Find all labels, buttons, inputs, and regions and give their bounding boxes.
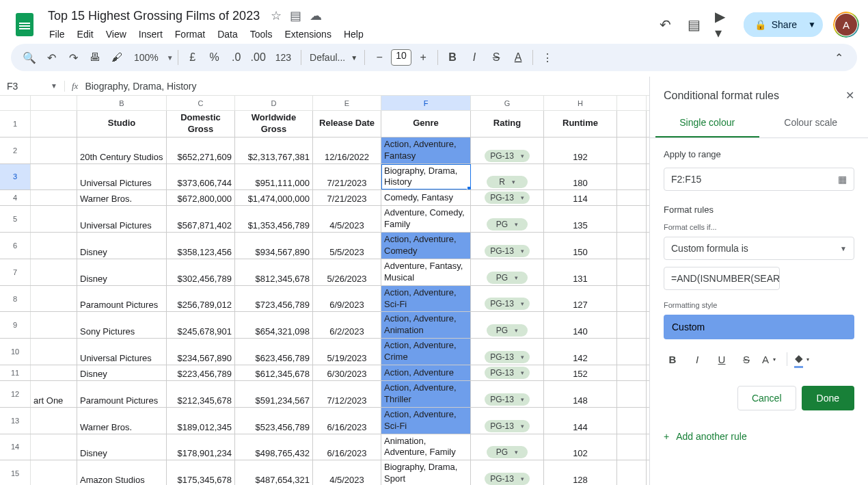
cell-date[interactable]: 4/5/2023 bbox=[313, 460, 381, 485]
cell-genre[interactable]: Adventure, Fantasy, Musical bbox=[381, 259, 471, 285]
cell-date[interactable]: 6/2/2023 bbox=[313, 312, 381, 338]
cell-rating[interactable]: PG-13 bbox=[471, 365, 544, 380]
cell-genre[interactable]: Biography, Drama, Sport bbox=[381, 460, 471, 485]
cell-worldwide[interactable]: $1,474,000,000 bbox=[235, 190, 313, 205]
cell-runtime[interactable]: 140 bbox=[544, 312, 617, 338]
col-header[interactable]: H bbox=[544, 96, 617, 110]
cell-rating[interactable]: PG bbox=[471, 434, 544, 460]
cell-rating[interactable]: PG-13 bbox=[471, 381, 544, 407]
cell-rating[interactable]: PG bbox=[471, 206, 544, 232]
cell[interactable] bbox=[617, 164, 647, 190]
cell[interactable] bbox=[31, 434, 77, 460]
print-icon[interactable]: 🖶 bbox=[85, 47, 105, 68]
decrease-decimals-icon[interactable]: .0 bbox=[226, 47, 247, 68]
move-icon[interactable]: ▤ bbox=[290, 8, 301, 23]
underline-icon[interactable]: U bbox=[713, 350, 731, 368]
col-header[interactable]: G bbox=[471, 96, 544, 110]
cell-runtime[interactable]: 114 bbox=[544, 190, 617, 205]
cell-date[interactable]: 4/5/2023 bbox=[313, 206, 381, 232]
rating-chip[interactable]: PG bbox=[487, 324, 528, 337]
cell-rating[interactable]: R bbox=[471, 164, 544, 190]
row-header[interactable]: 8 bbox=[0, 286, 31, 312]
share-button[interactable]: 🔒 Share bbox=[744, 12, 805, 37]
cell[interactable] bbox=[617, 339, 647, 365]
rating-chip[interactable]: PG-13 bbox=[485, 473, 530, 485]
cell-rating[interactable]: PG-13 bbox=[471, 286, 544, 312]
cell-domestic[interactable]: $672,800,000 bbox=[167, 190, 235, 205]
rating-chip[interactable]: PG-13 bbox=[485, 192, 530, 204]
undo-icon[interactable]: ↶ bbox=[41, 47, 62, 68]
zoom-select[interactable]: 100% bbox=[128, 52, 164, 63]
sheets-logo[interactable] bbox=[11, 11, 38, 38]
italic-icon[interactable]: I bbox=[464, 47, 485, 68]
cell[interactable] bbox=[31, 365, 77, 380]
row-header[interactable]: 11 bbox=[0, 365, 31, 380]
cell-genre[interactable]: Biography, Drama, History bbox=[381, 164, 471, 190]
cell-runtime[interactable]: 148 bbox=[544, 381, 617, 407]
cell-studio[interactable]: Disney bbox=[77, 259, 167, 285]
menu-format[interactable]: Format bbox=[169, 26, 211, 42]
cell-runtime[interactable]: 102 bbox=[544, 434, 617, 460]
cell-date[interactable]: 7/21/2023 bbox=[313, 190, 381, 205]
cell[interactable] bbox=[31, 408, 77, 434]
cell-worldwide[interactable]: $523,456,789 bbox=[235, 408, 313, 434]
rating-chip[interactable]: PG-13 bbox=[485, 245, 530, 257]
cell-date[interactable]: 6/30/2023 bbox=[313, 365, 381, 380]
cell-runtime[interactable]: 131 bbox=[544, 259, 617, 285]
menu-insert[interactable]: Insert bbox=[133, 26, 168, 42]
rating-chip[interactable]: R bbox=[487, 176, 528, 188]
cell-rating[interactable]: PG-13 bbox=[471, 339, 544, 365]
cell-date[interactable]: 6/16/2023 bbox=[313, 408, 381, 434]
menu-view[interactable]: View bbox=[100, 26, 132, 42]
cell-domestic[interactable]: $212,345,678 bbox=[167, 381, 235, 407]
cell-genre[interactable]: Comedy, Fantasy bbox=[381, 190, 471, 205]
cell-genre[interactable]: Adventure, Comedy, Family bbox=[381, 206, 471, 232]
cell-domestic[interactable]: $245,678,901 bbox=[167, 312, 235, 338]
cell-runtime[interactable]: 192 bbox=[544, 137, 617, 163]
cell-studio[interactable]: Universal Pictures bbox=[77, 164, 167, 190]
cell-studio[interactable]: Universal Pictures bbox=[77, 206, 167, 232]
cell-studio[interactable]: Paramount Pictures bbox=[77, 286, 167, 312]
cell-date[interactable]: 7/21/2023 bbox=[313, 164, 381, 190]
rating-chip[interactable]: PG-13 bbox=[485, 150, 530, 162]
cell-worldwide[interactable]: $2,313,767,381 bbox=[235, 137, 313, 163]
cell[interactable] bbox=[31, 233, 77, 259]
cell[interactable]: art One bbox=[31, 381, 77, 407]
cell-runtime[interactable]: 127 bbox=[544, 286, 617, 312]
row-header[interactable]: 7 bbox=[0, 259, 31, 285]
star-icon[interactable]: ☆ bbox=[271, 8, 282, 23]
cell[interactable] bbox=[617, 259, 647, 285]
col-header[interactable] bbox=[31, 96, 77, 110]
cell-studio[interactable]: Disney bbox=[77, 434, 167, 460]
cell-genre[interactable]: Animation, Adventure, Family bbox=[381, 434, 471, 460]
cell[interactable] bbox=[31, 190, 77, 205]
cell-rating[interactable]: PG-13 bbox=[471, 233, 544, 259]
cell[interactable] bbox=[31, 137, 77, 163]
row-header[interactable]: 12 bbox=[0, 381, 31, 407]
rating-chip[interactable]: PG bbox=[487, 446, 528, 458]
cell-worldwide[interactable]: $1,353,456,789 bbox=[235, 206, 313, 232]
cell-domestic[interactable]: $567,871,402 bbox=[167, 206, 235, 232]
cell-runtime[interactable]: 180 bbox=[544, 164, 617, 190]
cell[interactable] bbox=[617, 190, 647, 205]
tab-single-colour[interactable]: Single colour bbox=[655, 109, 759, 137]
strike-icon[interactable]: S bbox=[737, 350, 755, 368]
cell[interactable] bbox=[617, 233, 647, 259]
cell-domestic[interactable]: $189,012,345 bbox=[167, 408, 235, 434]
currency-button[interactable]: £ bbox=[182, 47, 203, 68]
cell[interactable] bbox=[31, 460, 77, 485]
col-header[interactable]: F bbox=[381, 96, 471, 110]
cell[interactable] bbox=[617, 434, 647, 460]
cancel-button[interactable]: Cancel bbox=[737, 386, 796, 410]
rating-chip[interactable]: PG-13 bbox=[485, 351, 530, 363]
column-title[interactable]: Worldwide Gross bbox=[235, 111, 313, 137]
cell[interactable] bbox=[617, 408, 647, 434]
col-header[interactable]: B bbox=[77, 96, 167, 110]
more-toolbar-icon[interactable]: ⋮ bbox=[537, 47, 558, 68]
tab-colour-scale[interactable]: Colour scale bbox=[759, 109, 863, 137]
cell-date[interactable]: 6/9/2023 bbox=[313, 286, 381, 312]
cell-domestic[interactable]: $178,901,234 bbox=[167, 434, 235, 460]
cell-runtime[interactable]: 135 bbox=[544, 206, 617, 232]
cell-rating[interactable]: PG-13 bbox=[471, 137, 544, 163]
cell[interactable] bbox=[617, 137, 647, 163]
